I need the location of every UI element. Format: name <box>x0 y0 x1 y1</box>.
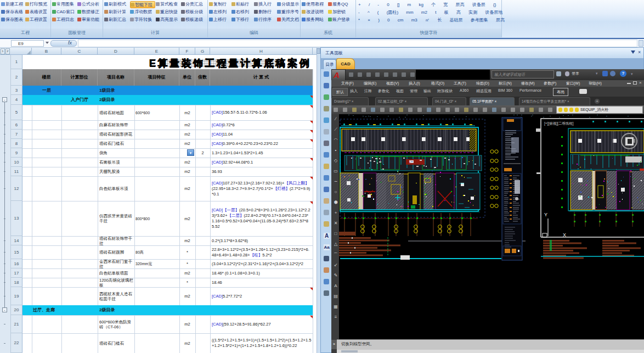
svg-text:X: X <box>563 232 566 238</box>
svg-text:Y: Y <box>544 212 547 217</box>
svg-text:[+][俯视][二维线框]: [+][俯视][二维线框] <box>544 121 574 126</box>
